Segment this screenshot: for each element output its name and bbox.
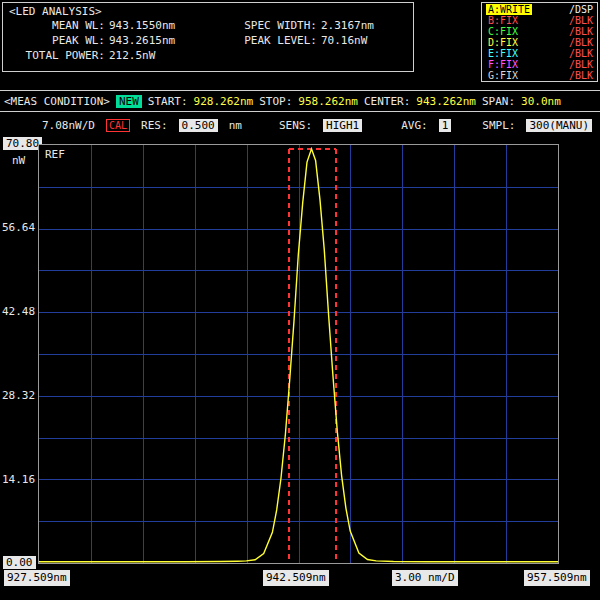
- trace-row-a: A:WRITE /DSP: [486, 4, 593, 15]
- trace-e-mode: /BLK: [569, 48, 593, 59]
- avg-label: AVG:: [401, 119, 428, 132]
- peak-level-label: PEAK LEVEL:: [221, 33, 321, 48]
- spectrum-plot-canvas: [39, 145, 558, 563]
- trace-row-d: D:FIX /BLK: [486, 37, 593, 48]
- trace-row-e: E:FIX /BLK: [486, 48, 593, 59]
- y-tick-2: 42.48: [2, 305, 36, 318]
- spec-width-value: 2.3167nm: [321, 18, 413, 33]
- led-analysis-panel: <LED ANALYSIS> MEAN WL: 943.1550nm SPEC …: [2, 2, 414, 72]
- trace-a-mode: /DSP: [569, 4, 593, 15]
- cal-indicator: CAL: [106, 119, 130, 132]
- peak-wl-label: PEAK WL:: [9, 33, 109, 48]
- mean-wl-label: MEAN WL:: [9, 18, 109, 33]
- trace-b-mode: /BLK: [569, 15, 593, 26]
- trace-a-label: A:WRITE: [486, 4, 532, 15]
- stop-label: STOP:: [259, 95, 292, 108]
- res-label: RES:: [141, 119, 168, 132]
- y-tick-3: 28.32: [2, 389, 36, 402]
- y-axis-max: 70.80: [3, 137, 42, 150]
- trace-row-c: C:FIX /BLK: [486, 26, 593, 37]
- peak-level-value: 70.16nW: [321, 33, 413, 48]
- peak-wl-value: 943.2615nm: [109, 33, 221, 48]
- center-value: 943.262nm: [416, 95, 476, 108]
- led-analysis-title: <LED ANALYSIS>: [9, 5, 413, 18]
- smpl-value-field: 300(MANU): [526, 119, 592, 132]
- trace-c-mode: /BLK: [569, 26, 593, 37]
- settings-row: 7.08nW/D CAL RES: 0.500 nm SENS: HIGH1 A…: [0, 116, 600, 134]
- total-power-value: 212.5nW: [109, 48, 221, 63]
- res-unit: nm: [229, 119, 242, 132]
- ref-label: REF: [45, 148, 65, 161]
- y-tick-1: 56.64: [2, 221, 36, 234]
- y-axis-min: 0.00: [3, 556, 36, 569]
- x-axis-center: 942.509nm: [263, 570, 329, 586]
- trace-f-label: F:FIX: [486, 59, 520, 70]
- trace-d-label: D:FIX: [486, 37, 520, 48]
- trace-g-mode: /BLK: [569, 70, 593, 81]
- x-axis-per-div: 3.00 nm/D: [392, 570, 458, 586]
- trace-c-label: C:FIX: [486, 26, 520, 37]
- stop-value: 958.262nm: [298, 95, 358, 108]
- trace-b-label: B:FIX: [486, 15, 520, 26]
- spec-width-label: SPEC WIDTH:: [221, 18, 321, 33]
- trace-row-b: B:FIX /BLK: [486, 15, 593, 26]
- span-value: 30.0nm: [521, 95, 561, 108]
- smpl-label: SMPL:: [482, 119, 515, 132]
- sens-value-field: HIGH1: [323, 119, 362, 132]
- x-axis-left: 927.509nm: [4, 570, 70, 586]
- led-analysis-grid: MEAN WL: 943.1550nm SPEC WIDTH: 2.3167nm…: [9, 18, 413, 63]
- total-power-label: TOTAL POWER:: [9, 48, 109, 63]
- trace-e-label: E:FIX: [486, 48, 520, 59]
- trace-row-g: G:FIX /BLK: [486, 70, 593, 81]
- center-label: CENTER:: [364, 95, 410, 108]
- start-value: 928.262nm: [194, 95, 254, 108]
- meas-condition-title: <MEAS CONDITION>: [4, 95, 110, 108]
- start-label: START:: [148, 95, 188, 108]
- spectrum-plot: REF: [38, 144, 559, 564]
- mean-wl-value: 943.1550nm: [109, 18, 221, 33]
- trace-list-panel: A:WRITE /DSP B:FIX /BLK C:FIX /BLK D:FIX…: [481, 2, 598, 82]
- span-label: SPAN:: [482, 95, 515, 108]
- sens-label: SENS:: [279, 119, 312, 132]
- x-axis-right: 957.509nm: [524, 570, 590, 586]
- trace-row-f: F:FIX /BLK: [486, 59, 593, 70]
- y-axis-unit: nW: [12, 154, 25, 167]
- new-badge: NEW: [116, 95, 142, 108]
- y-scale-per-div: 7.08nW/D: [42, 119, 95, 132]
- avg-value-field: 1: [439, 119, 452, 132]
- res-value-field: 0.500: [179, 119, 218, 132]
- trace-f-mode: /BLK: [569, 59, 593, 70]
- spectrum-trace-a: [39, 149, 558, 562]
- meas-condition-band: <MEAS CONDITION> NEW START: 928.262nm ST…: [0, 90, 600, 112]
- trace-d-mode: /BLK: [569, 37, 593, 48]
- trace-g-label: G:FIX: [486, 70, 520, 81]
- y-tick-4: 14.16: [2, 473, 36, 486]
